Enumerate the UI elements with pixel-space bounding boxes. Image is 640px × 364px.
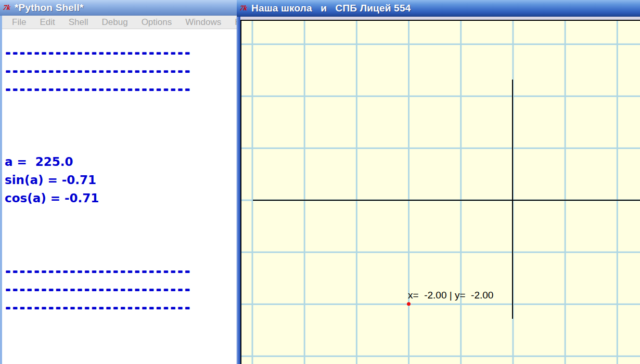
shell-output-area[interactable]: -------------------------- -------------… [2, 30, 237, 364]
menu-bar: File Edit Shell Debug Options Windows He… [2, 16, 237, 29]
shell-output-dashes: -------------------------- [5, 82, 192, 96]
screen: 7k *Python Shell* File Edit Shell Debug … [0, 0, 640, 364]
menu-item-debug[interactable]: Debug [95, 17, 135, 28]
shell-output-dashes: -------------------------- [5, 46, 192, 59]
shell-output-dashes: -------------------------- [5, 64, 192, 77]
python-shell-window: 7k *Python Shell* File Edit Shell Debug … [0, 0, 237, 364]
point-coordinates-label: x= -2.00 | y= -2.00 [408, 289, 493, 302]
menu-item-windows[interactable]: Windows [178, 17, 228, 28]
python-shell-titlebar[interactable]: 7k *Python Shell* [0, 0, 237, 16]
shell-output-value-sin: sin(a) = -0.71 [5, 173, 96, 187]
graph-canvas[interactable]: x= -2.00 | y= -2.00 [240, 20, 640, 364]
menu-item-edit[interactable]: Edit [33, 17, 61, 28]
shell-output-value-a: a = 225.0 [5, 155, 73, 168]
graph-window-title: Наша школа и СПБ Лицей 554 [249, 3, 411, 14]
shell-output-dashes: -------------------------- [5, 282, 192, 296]
plotted-point [407, 302, 411, 306]
y-axis-line [512, 80, 513, 319]
graph-titlebar[interactable]: 7k Наша школа и СПБ Лицей 554 [237, 0, 640, 17]
graph-window: 7k Наша школа и СПБ Лицей 554 x= -2.00 |… [237, 0, 640, 364]
tk-icon: 7k [3, 4, 13, 12]
shell-output-value-cos: cos(a) = -0.71 [5, 191, 99, 205]
window-border-left [0, 16, 2, 364]
x-axis-line [253, 200, 640, 201]
menu-item-file[interactable]: File [5, 17, 33, 28]
tk-icon: 7k [239, 4, 250, 12]
shell-output-dashes: -------------------------- [5, 301, 192, 314]
graph-frame: x= -2.00 | y= -2.00 [237, 17, 640, 364]
python-shell-title: *Python Shell* [12, 2, 84, 14]
menu-item-shell[interactable]: Shell [62, 17, 95, 28]
menu-item-options[interactable]: Options [135, 17, 179, 28]
shell-output-dashes: -------------------------- [5, 264, 192, 278]
